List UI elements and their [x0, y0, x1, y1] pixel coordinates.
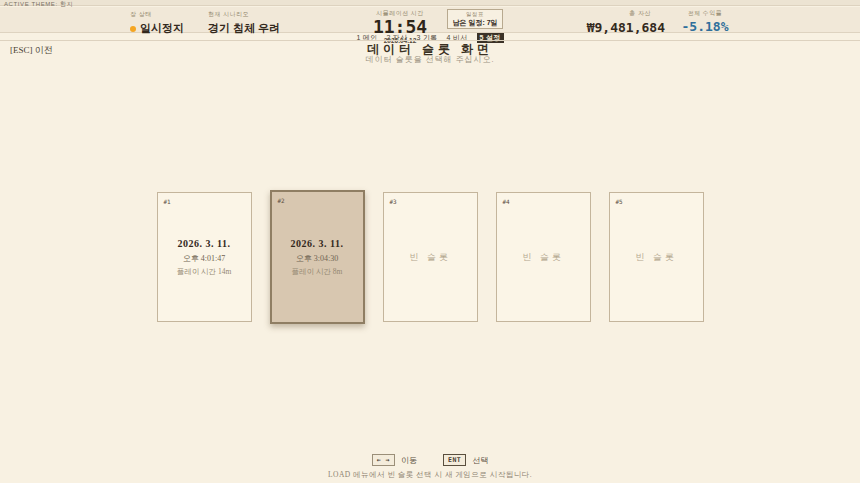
- enter-key-icon: ENT: [443, 454, 466, 466]
- total-assets-label: 총 자산: [570, 9, 665, 18]
- save-slot-1[interactable]: #1 2026. 3. 11. 오후 4:01:47 플레이 시간 14m: [157, 192, 252, 322]
- key-hints: ← → 이동 ENT 선택: [0, 454, 860, 466]
- slot-number: #2: [278, 197, 285, 204]
- hint-select: ENT 선택: [443, 454, 488, 466]
- slot-playtime: 플레이 시간 8m: [292, 267, 343, 277]
- total-return: 전체 수익률 -5.18%: [676, 9, 734, 34]
- slot-number: #4: [503, 198, 510, 205]
- arrow-keys-icon: ← →: [372, 454, 395, 466]
- hint-move: ← → 이동: [372, 454, 417, 466]
- theme-bar: ACTIVE THEME: 한지: [0, 0, 860, 6]
- slot-number: #3: [390, 198, 397, 205]
- scenario: 현재 시나리오 경기 침체 우려: [208, 10, 280, 36]
- slot-save-time: 오후 3:04:30: [296, 253, 338, 264]
- slot-number: #5: [616, 198, 623, 205]
- save-slot-4-empty[interactable]: #4 빈 슬롯: [496, 192, 591, 322]
- slot-save-time: 오후 4:01:47: [183, 253, 225, 264]
- total-return-label: 전체 수익률: [676, 9, 734, 18]
- slot-save-date: 2026. 3. 11.: [291, 238, 344, 249]
- empty-slot-label: 빈 슬롯: [522, 251, 563, 264]
- hint-select-label: 선택: [472, 455, 488, 466]
- market-status-label: 장 상태: [130, 10, 184, 19]
- page-subtitle: 데이터 슬롯을 선택해 주십시오.: [0, 54, 860, 65]
- save-slot-5-empty[interactable]: #5 빈 슬롯: [609, 192, 704, 322]
- save-slot-3-empty[interactable]: #3 빈 슬롯: [383, 192, 478, 322]
- schedule-box: 일정표 남은 일정: 7일: [447, 9, 503, 29]
- total-assets: 총 자산 ₩9,481,684: [570, 9, 665, 35]
- slot-number: #1: [164, 198, 171, 205]
- total-return-value: -5.18%: [676, 19, 734, 34]
- slot-save-date: 2026. 3. 11.: [178, 238, 231, 249]
- save-slot-2-selected[interactable]: #2 2026. 3. 11. 오후 3:04:30 플레이 시간 8m: [270, 190, 365, 324]
- header-bar: 장 상태 일시정지 현재 시나리오 경기 침체 우려 시뮬레이션 시간 11:5…: [0, 7, 860, 33]
- hint-move-label: 이동: [401, 455, 417, 466]
- empty-slot-label: 빈 슬롯: [635, 251, 676, 264]
- scenario-label: 현재 시나리오: [208, 10, 280, 19]
- empty-slot-label: 빈 슬롯: [409, 251, 450, 264]
- total-assets-value: ₩9,481,684: [570, 20, 665, 35]
- status-dot-icon: [130, 26, 136, 32]
- schedule-label: 일정표: [448, 11, 502, 18]
- footer-note: LOAD 메뉴에서 빈 슬롯 선택 시 새 게임으로 시작됩니다.: [0, 470, 860, 480]
- schedule-remaining: 남은 일정: 7일: [448, 18, 502, 28]
- slot-playtime: 플레이 시간 14m: [177, 267, 232, 277]
- market-status: 장 상태 일시정지: [130, 10, 184, 36]
- slot-list: #1 2026. 3. 11. 오후 4:01:47 플레이 시간 14m #2…: [0, 192, 860, 324]
